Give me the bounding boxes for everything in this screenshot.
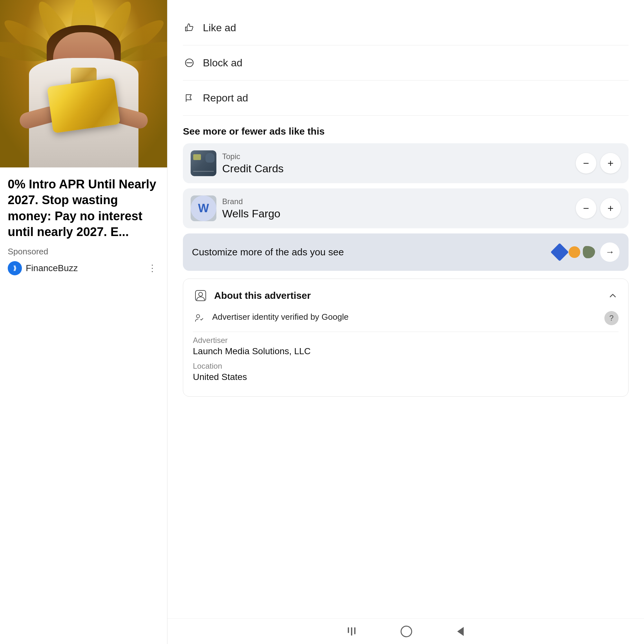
person-thumb: [205, 153, 214, 163]
like-icon: [183, 21, 196, 34]
report-ad-label: Report ad: [203, 92, 248, 104]
ad-image: [0, 0, 167, 167]
topic-controls: − +: [576, 153, 621, 174]
back-icon: [457, 627, 464, 636]
brand-letter: W: [191, 195, 216, 221]
brand-card: W Brand Wells Fargo − +: [183, 188, 629, 228]
advertiser-info: Advertiser Launch Media Solutions, LLC L…: [193, 336, 619, 382]
location-value: United States: [193, 372, 619, 382]
customize-icons: [553, 246, 595, 259]
block-icon: [183, 56, 196, 69]
brand-thumbnail: W: [191, 195, 216, 221]
card-stripe: [193, 171, 214, 172]
recent-apps-icon: [348, 627, 355, 636]
recent-apps-button[interactable]: [348, 627, 355, 636]
nav-line-1: [348, 627, 349, 633]
blob-green-icon: [583, 246, 595, 258]
bottom-nav: [167, 618, 644, 644]
advertiser-title-text: About this advertiser: [214, 290, 311, 301]
ad-brand-row: ⟫ FinanceBuzz ⋮: [8, 261, 159, 275]
report-icon: [183, 91, 196, 104]
topic-plus-button[interactable]: +: [600, 153, 621, 174]
divider-1: [183, 45, 629, 45]
topic-info: Topic Credit Cards: [222, 152, 570, 175]
brand-controls: − +: [576, 198, 621, 219]
customize-card[interactable]: Customize more of the ads you see →: [183, 233, 629, 271]
circle-orange-icon: [569, 246, 580, 258]
advertiser-person-icon: [193, 288, 208, 303]
like-ad-label: Like ad: [203, 22, 236, 34]
left-panel: 0% Intro APR Until Nearly 2027. Stop was…: [0, 0, 167, 644]
ad-sponsored: Sponsored: [8, 247, 159, 257]
right-panel: Like ad Block ad Report ad See more or f…: [167, 0, 644, 644]
divider-3: [183, 115, 629, 116]
like-ad-item[interactable]: Like ad: [183, 13, 629, 43]
svg-point-5: [196, 315, 200, 318]
ad-brand-info: ⟫ FinanceBuzz: [8, 261, 78, 275]
gold-card: [47, 78, 120, 133]
diamond-icon: [551, 243, 569, 261]
question-button[interactable]: ?: [604, 311, 619, 325]
svg-point-4: [199, 292, 203, 296]
chevron-up-button[interactable]: [607, 290, 619, 301]
block-ad-item[interactable]: Block ad: [183, 48, 629, 78]
topic-type-label: Topic: [222, 152, 570, 161]
brand-plus-button[interactable]: +: [600, 198, 621, 219]
advertiser-card: About this advertiser Advertiser identit…: [183, 279, 629, 397]
block-ad-label: Block ad: [203, 57, 242, 69]
brand-info: Brand Wells Fargo: [222, 197, 570, 220]
brand-name: FinanceBuzz: [26, 263, 78, 273]
figure-body: [26, 19, 142, 167]
more-options-button[interactable]: ⋮: [145, 261, 159, 275]
card-chip: [193, 154, 201, 160]
small-divider: [193, 332, 619, 332]
advertiser-label: Advertiser: [193, 336, 619, 345]
brand-type-label: Brand: [222, 197, 570, 206]
nav-line-3: [354, 627, 355, 634]
verify-icon: [193, 312, 206, 325]
report-ad-item[interactable]: Report ad: [183, 83, 629, 113]
brand-minus-button[interactable]: −: [576, 198, 596, 219]
topic-name: Credit Cards: [222, 162, 570, 175]
home-icon: [401, 626, 412, 637]
customize-arrow-button[interactable]: →: [600, 242, 620, 262]
brand-name-text: Wells Fargo: [222, 207, 570, 220]
brand-logo: ⟫: [8, 261, 22, 275]
ad-text-section: 0% Intro APR Until Nearly 2027. Stop was…: [0, 167, 167, 644]
customize-text: Customize more of the ads you see: [192, 246, 548, 259]
advertiser-header: About this advertiser: [193, 288, 619, 303]
topic-thumbnail: [191, 150, 216, 176]
topic-minus-button[interactable]: −: [576, 153, 596, 174]
topic-thumb-img: [191, 150, 216, 176]
divider-2: [183, 80, 629, 81]
verify-row: Advertiser identity verified by Google ?: [193, 311, 619, 325]
brand-logo-symbol: ⟫: [13, 265, 16, 272]
section-title: See more or fewer ads like this: [183, 126, 629, 137]
back-button[interactable]: [457, 627, 464, 636]
verify-text: Advertiser identity verified by Google: [212, 311, 598, 323]
home-button[interactable]: [401, 626, 412, 637]
advertiser-value: Launch Media Solutions, LLC: [193, 346, 619, 356]
advertiser-title-row: About this advertiser: [193, 288, 311, 303]
ad-headline: 0% Intro APR Until Nearly 2027. Stop was…: [8, 176, 159, 240]
location-label: Location: [193, 362, 619, 371]
topic-card: Topic Credit Cards − +: [183, 143, 629, 183]
nav-line-2: [351, 627, 352, 636]
